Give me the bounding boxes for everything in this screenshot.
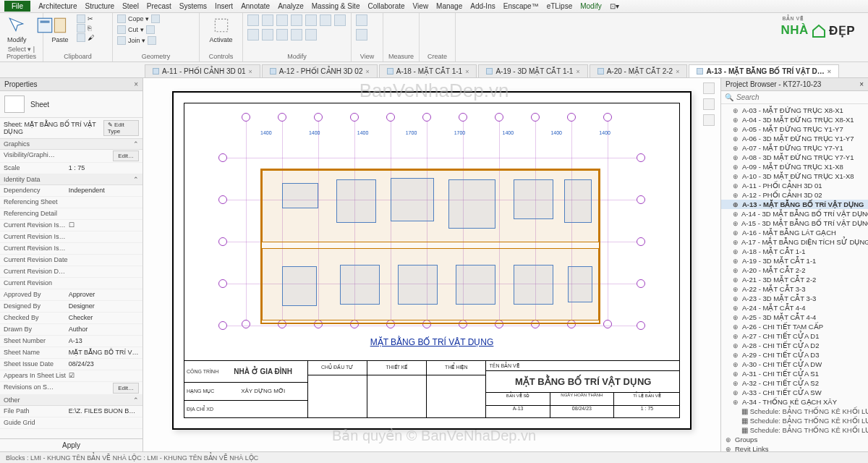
- browser-sheet-node[interactable]: ⊕A-32 - CHI TIẾT CỬA S2: [721, 378, 868, 388]
- browser-sheet-node[interactable]: ⊕A-14 - 3D MẶT BẰNG BỐ TRÍ VẬT DỤNG: [721, 209, 868, 218]
- browser-sheet-node[interactable]: ⊕A-06 - 3D MẶT ĐỨNG TRỤC Y1-Y7: [721, 134, 868, 143]
- browser-sheet-node[interactable]: ⊕A-13 - MẶT BẰNG BỐ TRÍ VẬT DỤNG: [721, 200, 868, 209]
- menu-modify[interactable]: Modify: [580, 2, 601, 10]
- browser-sheet-node[interactable]: ⊕A-09 - MẶT ĐỨNG TRỤC X1-X8: [721, 162, 868, 171]
- property-row[interactable]: File PathE:\Z. FILES BUON BAN\NH…: [0, 406, 142, 417]
- browser-schedule-node[interactable]: ▦ Schedule: BẢNG THỐNG KÊ KHỐI LƯỢNG: [721, 416, 868, 425]
- doc-tab[interactable]: A-18 - MẶT CẮT 1-1×: [379, 64, 477, 77]
- browser-sheet-node[interactable]: ⊕A-18 - MẶT CẮT 1-1: [721, 247, 868, 256]
- property-row[interactable]: Referencing Sheet: [0, 197, 142, 208]
- align-icon[interactable]: [291, 29, 302, 41]
- copy-button[interactable]: ⎘: [77, 24, 94, 33]
- instance-selector[interactable]: Sheet: MẶT BẰNG BỐ TRÍ VẬT DỤNG: [4, 121, 103, 135]
- activate-button[interactable]: Activate: [204, 14, 238, 45]
- nav-home-icon[interactable]: [703, 82, 715, 94]
- tab-close-icon[interactable]: ×: [576, 68, 579, 75]
- property-row[interactable]: Guide Grid: [0, 417, 142, 429]
- doc-tab[interactable]: A-13 - MẶT BẰNG BỐ TRÍ VẬT D…×: [689, 64, 839, 77]
- nav-wheel-icon[interactable]: [703, 98, 715, 110]
- delete-icon[interactable]: [305, 29, 317, 41]
- scale-icon[interactable]: [262, 29, 273, 41]
- browser-sheet-node[interactable]: ⊕A-07 - MẶT ĐỨNG TRỤC Y7-Y1: [721, 143, 868, 153]
- browser-schedule-node[interactable]: ▦ Schedule: BẢNG THỐNG KÊ KHỐI LƯỢNG: [721, 407, 868, 416]
- copy-icon[interactable]: [262, 14, 273, 26]
- menu-steel[interactable]: Steel: [122, 2, 139, 10]
- trim-icon[interactable]: [291, 14, 302, 26]
- menu-insert[interactable]: Insert: [215, 2, 233, 10]
- browser-sheet-node[interactable]: ⊕A-21 - 3D MẶT CẮT 2-2: [721, 275, 868, 284]
- browser-sheet-node[interactable]: ⊕A-05 - MẶT ĐỨNG TRỤC Y1-Y7: [721, 124, 868, 134]
- browser-sheet-node[interactable]: ⊕A-15 - 3D MẶT BẰNG BỐ TRÍ VẬT DỤNG: [721, 218, 868, 228]
- browser-sheet-node[interactable]: ⊕A-23 - 3D MẶT CẮT 3-3: [721, 294, 868, 303]
- modify-tool-button[interactable]: Modify: [4, 14, 30, 45]
- mirror-icon[interactable]: [320, 14, 331, 26]
- property-row[interactable]: Sheet Issue Date08/24/23: [0, 359, 142, 370]
- matchtype-button[interactable]: 🖌: [77, 33, 94, 42]
- properties-close-icon[interactable]: ×: [134, 80, 138, 88]
- browser-sheet-node[interactable]: ⊕A-19 - 3D MẶT CẮT 1-1: [721, 256, 868, 266]
- tab-close-icon[interactable]: ×: [465, 68, 469, 75]
- edit-button[interactable]: Edit…: [113, 383, 139, 394]
- browser-sheet-node[interactable]: ⊕A-31 - CHI TIẾT CỬA S1: [721, 369, 868, 378]
- browser-sheet-node[interactable]: ⊕A-22 - MẶT CẮT 3-3: [721, 284, 868, 294]
- view-ico1[interactable]: [356, 14, 367, 26]
- browser-schedule-node[interactable]: ▦ Schedule: BẢNG THỐNG KÊ KHỐI LƯỢNG: [721, 425, 868, 435]
- browser-sheet-node[interactable]: ⊕A-04 - 3D MẶT ĐỨNG TRỤC X8-X1: [721, 115, 868, 124]
- menu-systems[interactable]: Systems: [179, 2, 207, 10]
- browser-sheet-node[interactable]: ⊕A-34 - THỐNG KÊ GẠCH XÂY: [721, 397, 868, 407]
- property-row[interactable]: DependencyIndependent: [0, 185, 142, 197]
- property-row[interactable]: Revisions on SheetEdit…: [0, 382, 142, 395]
- tab-close-icon[interactable]: ×: [676, 68, 679, 75]
- menu-etlipse[interactable]: eTLipse: [547, 2, 573, 10]
- menu-architecture[interactable]: Architecture: [38, 2, 77, 10]
- sheet-type-label[interactable]: Sheet: [30, 101, 49, 109]
- property-row[interactable]: Visibility/Graphics Overrid…Edit…: [0, 150, 142, 163]
- paste-button[interactable]: Paste: [48, 14, 72, 45]
- property-row[interactable]: Referencing Detail: [0, 208, 142, 220]
- menu-analyze[interactable]: Analyze: [278, 2, 304, 10]
- tab-close-icon[interactable]: ×: [249, 68, 252, 75]
- doc-tab[interactable]: A-19 - 3D MẶT CẮT 1-1×: [478, 64, 587, 77]
- browser-sheet-node[interactable]: ⊕A-08 - 3D MẶT ĐỨNG TRỤC Y7-Y1: [721, 153, 868, 162]
- property-row[interactable]: Current Revision Issued☐: [0, 220, 142, 232]
- property-row[interactable]: Appears In Sheet List☑: [0, 370, 142, 382]
- measure-button[interactable]: [388, 14, 414, 17]
- drawing-canvas[interactable]: 14001400140017001700140014001400 MẶT BẰN…: [143, 78, 720, 451]
- move-icon[interactable]: [247, 14, 259, 26]
- offset-icon[interactable]: [334, 14, 346, 26]
- apply-button[interactable]: Apply: [48, 440, 95, 451]
- property-row[interactable]: Approved ByApprover: [0, 289, 142, 301]
- cope-button[interactable]: Cope ▾: [117, 14, 195, 23]
- split-icon[interactable]: [305, 14, 317, 26]
- cutgeo-button[interactable]: Cut ▾: [117, 25, 195, 34]
- doc-tab[interactable]: A-11 - PHỐI CẢNH 3D 01×: [145, 64, 260, 77]
- menu-enscape[interactable]: Enscape™: [503, 2, 539, 10]
- doc-tab[interactable]: A-20 - MẶT CẮT 2-2×: [590, 64, 688, 77]
- menu-overflow-icon[interactable]: ⊡▾: [610, 2, 619, 10]
- menu-collaborate[interactable]: Collaborate: [367, 2, 404, 10]
- menu-precast[interactable]: Precast: [147, 2, 171, 10]
- browser-sheet-node[interactable]: ⊕A-17 - MẶT BẰNG DIỆN TÍCH SỬ DỤNG: [721, 237, 868, 247]
- nav-zoom-icon[interactable]: [703, 114, 715, 126]
- create-button[interactable]: [424, 14, 451, 17]
- browser-close-icon[interactable]: ×: [859, 80, 864, 88]
- pin-icon[interactable]: [276, 29, 288, 41]
- property-row[interactable]: Current Revision Issued To: [0, 243, 142, 255]
- browser-sheet-node[interactable]: ⊕A-27 - CHI TIẾT CỬA D1: [721, 331, 868, 341]
- browser-search[interactable]: 🔍: [721, 91, 868, 104]
- property-row[interactable]: Scale1 : 75: [0, 163, 142, 174]
- property-row[interactable]: Sheet NumberA-13: [0, 336, 142, 347]
- browser-sheet-node[interactable]: ⊕A-12 - PHỐI CẢNH 3D 02: [721, 190, 868, 200]
- property-row[interactable]: Checked ByChecker: [0, 313, 142, 324]
- browser-sheet-node[interactable]: ⊕A-11 - PHỐI CẢNH 3D 01: [721, 181, 868, 190]
- menu-view[interactable]: View: [413, 2, 429, 10]
- browser-sheet-node[interactable]: ⊕A-24 - MẶT CẮT 4-4: [721, 303, 868, 313]
- property-row[interactable]: Drawn ByAuthor: [0, 324, 142, 336]
- search-input[interactable]: [736, 93, 864, 101]
- view-ico2[interactable]: [356, 29, 367, 41]
- menu-file[interactable]: File: [4, 1, 30, 12]
- property-row[interactable]: Sheet NameMẶT BẰNG BỐ TRÍ VẬT DỤ…: [0, 347, 142, 359]
- browser-sheet-node[interactable]: ⊕A-30 - CHI TIẾT CỬA DW: [721, 360, 868, 369]
- tab-close-icon[interactable]: ×: [365, 68, 369, 75]
- browser-group-node[interactable]: ⊕Groups: [721, 435, 868, 444]
